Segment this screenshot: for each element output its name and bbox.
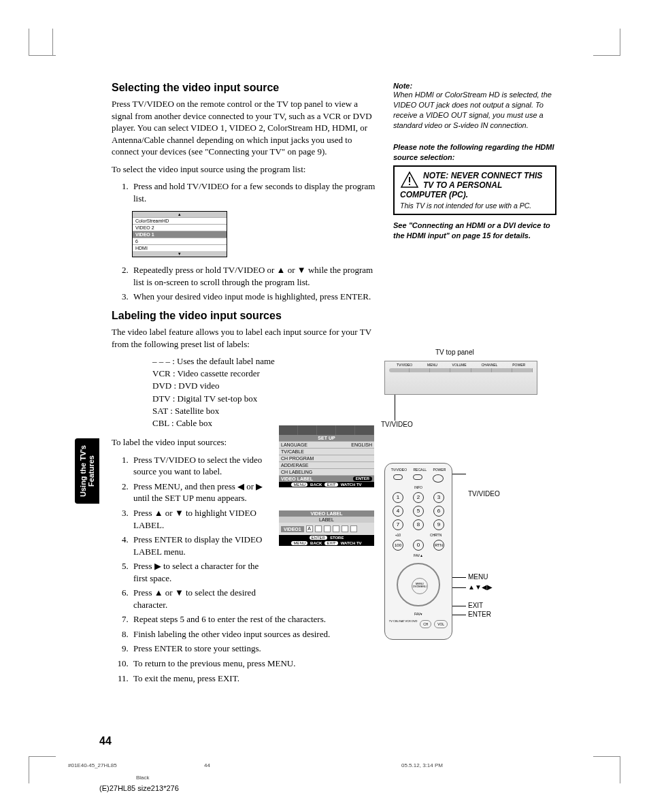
step: Press and hold TV/VIDEO for a few second… [131, 180, 377, 204]
callout-line [452, 474, 466, 474]
footer-page: 44 [204, 762, 210, 768]
menu-footer: MENUBACK EXITWATCH TV [279, 540, 374, 546]
num-button: 5 [413, 506, 424, 517]
num-button: 9 [433, 519, 444, 530]
enter-pill: ENTER [353, 476, 372, 481]
step: Press ENTER to store your settings. [131, 643, 377, 655]
list-item: ColorStreamHD [133, 217, 227, 224]
footer-size: (E)27HL85 size213*276 [99, 784, 179, 792]
char-box [350, 525, 357, 532]
video1-label: VIDEO1 [281, 526, 304, 532]
list-item: 6 [133, 238, 227, 244]
list-item: VIDEO 2 [133, 224, 227, 231]
menu-footer: MENUBACK EXITWATCH TV [279, 482, 374, 487]
warn-sub: This TV is not intended for use with a P… [400, 201, 550, 210]
arrow-up-icon: ▴ [133, 212, 227, 217]
callout-arrows: ▲▼◀▶ [468, 583, 493, 591]
crop-mark [593, 756, 620, 783]
tv-top-panel: TV/VIDEO MENU VOLUME CHANNEL POWER [384, 361, 537, 395]
see-reference: See "Connecting an HDMI or a DVI device … [393, 221, 556, 241]
footer-file: #01E40-45_27HL85 [68, 762, 117, 768]
note-heading: Note: [393, 82, 556, 90]
char-box: A [306, 525, 313, 532]
footer-black: Black [136, 775, 150, 781]
arrow-down-icon: ▾ [133, 251, 227, 257]
note-body: When HDMI or ColorStream HD is selected,… [393, 90, 556, 130]
tvvideo-button [393, 474, 403, 480]
step: Press ▶ to select a character for the fi… [131, 560, 273, 584]
menu-row: LANGUAGE [281, 442, 307, 447]
page-number: 44 [99, 735, 112, 747]
left-column: Selecting the video input source Press T… [112, 82, 377, 691]
remote-control: TV/VIDEO RECALL POWER INFO 123 456 789 +… [384, 463, 452, 640]
step: Press ▲ or ▼ to highlight VIDEO LABEL. [131, 507, 273, 531]
num-button: 2 [413, 492, 424, 503]
callout-line [452, 577, 466, 578]
step: Repeat steps 5 and 6 to enter the rest o… [131, 613, 377, 626]
svg-rect-0 [409, 177, 410, 182]
num-button: 6 [433, 506, 444, 517]
step: When your desired video input mode is hi… [131, 291, 377, 303]
step: Repeatedly press or hold TV/VIDEO or ▲ o… [131, 264, 377, 288]
menu-row-selected: VIDEO LABEL [281, 476, 313, 481]
num-button: 8 [413, 519, 424, 530]
callout-line [452, 615, 466, 615]
rtn-button: RTN [433, 540, 444, 551]
warn-heading: Please note the following regarding the … [393, 142, 556, 163]
label-def: SAT : Satellite box [152, 405, 377, 417]
warning-icon [400, 171, 419, 189]
panel-btn-label: MENU [427, 363, 437, 367]
vol-button: VOL [434, 620, 448, 628]
fav-label: FAV▲ [388, 553, 449, 557]
menu-row: ADD/ERASE [279, 461, 374, 468]
fav-down-label: FAV▾ [388, 612, 449, 616]
panel-btn-label: POWER [512, 363, 525, 367]
recall-button [413, 474, 422, 480]
ch-button: CH [420, 620, 431, 628]
menu-row: TV/CABLE [279, 448, 374, 455]
remote-label: TV/VIDEO [391, 468, 407, 472]
warning-box: NOTE: NEVER CONNECT THIS TV TO A PERSONA… [393, 165, 556, 215]
step: Press MENU, and then press ◀ or ▶ until … [131, 481, 273, 504]
menu-button: MENU DVDMENU [412, 578, 428, 594]
panel-btn-label: TV/VIDEO [397, 363, 412, 367]
label-def: – – – : Uses the default label name [152, 355, 377, 368]
info-label: INFO [388, 485, 449, 489]
tvvideo-callout: TV/VIDEO [381, 421, 413, 428]
crop-mark [593, 29, 620, 56]
heading-labeling: Labeling the video input sources [112, 310, 377, 322]
menu-row: CH PROGRAM [279, 455, 374, 461]
para: To select the video input source using t… [112, 163, 377, 176]
callout-line [395, 395, 395, 421]
footer-date: 05.5.12, 3:14 PM [401, 762, 443, 768]
menu-value: ENGLISH [351, 442, 372, 447]
callout-tvvideo: TV/VIDEO [468, 490, 500, 498]
label-def: DVD : DVD video [152, 380, 377, 392]
menu-title: VIDEO LABEL [279, 510, 374, 517]
panel-btn-label: VOLUME [452, 363, 467, 367]
remote-label: POWER [433, 468, 446, 472]
program-list: ▴ ColorStreamHD VIDEO 2 VIDEO 1 6 HDMI ▾ [132, 211, 227, 257]
num-button: 0 [413, 540, 424, 551]
num-button: 3 [433, 492, 444, 503]
remote-label: +10 [395, 533, 401, 537]
list-item: HDMI [133, 244, 227, 251]
side-tab: Using the TV's Features [75, 438, 99, 504]
callout-menu: MENU [468, 573, 488, 581]
char-box [333, 525, 339, 532]
crop-mark [29, 756, 56, 783]
labels-list: – – – : Uses the default label name VCR … [152, 355, 377, 429]
menu-row: CH LABELING [279, 468, 374, 475]
step: To return to the previous menu, press ME… [131, 657, 377, 670]
num-button: 7 [393, 519, 403, 530]
para: Press TV/VIDEO on the remote control or … [112, 98, 377, 158]
list-item-selected: VIDEO 1 [133, 231, 227, 238]
num-button: 4 [393, 506, 403, 517]
heading-selecting: Selecting the video input source [112, 82, 377, 94]
step: Press TV/VIDEO to select the video sourc… [131, 454, 273, 478]
label-def: VCR : Video cassette recorder [152, 368, 377, 380]
power-button [433, 474, 444, 483]
step: Press ▲ or ▼ to select the desired chara… [131, 587, 273, 611]
mode-label: TV CBL/SAT VCR DVD [389, 620, 418, 628]
crop-mark [41, 29, 53, 56]
